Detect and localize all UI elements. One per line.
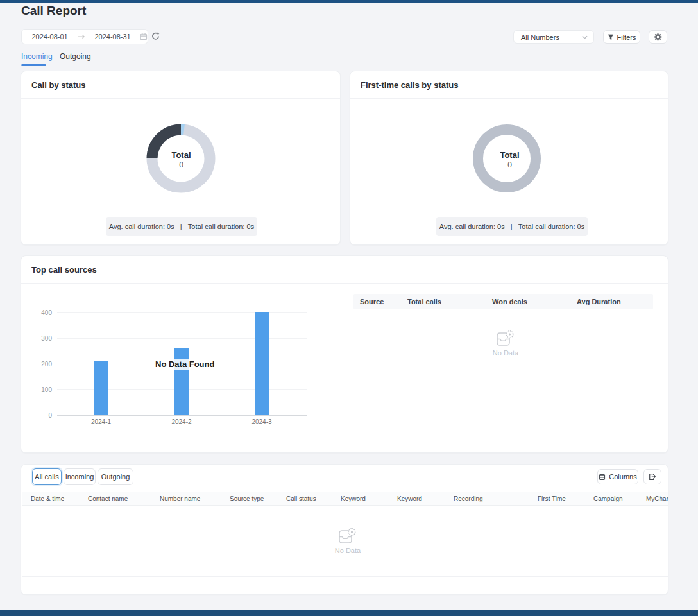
- svg-text:200: 200: [41, 361, 52, 368]
- svg-text:2024-3: 2024-3: [251, 418, 272, 425]
- svg-text:400: 400: [41, 309, 52, 316]
- svg-text:2024-2: 2024-2: [171, 418, 192, 425]
- svg-text:2024-1: 2024-1: [91, 418, 112, 425]
- svg-text:100: 100: [41, 386, 52, 393]
- svg-text:0: 0: [48, 412, 52, 419]
- svg-text:300: 300: [41, 335, 52, 342]
